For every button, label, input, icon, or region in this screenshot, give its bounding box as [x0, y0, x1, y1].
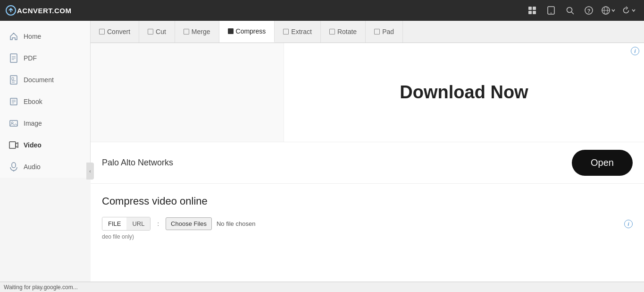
tab-merge[interactable]: Merge: [175, 21, 219, 43]
tab-extract[interactable]: Extract: [275, 21, 321, 43]
tab-pad[interactable]: Pad: [366, 21, 403, 43]
language-dropdown[interactable]: [599, 1, 618, 19]
content-area: Convert Cut Merge Compress Extract Rotat…: [91, 21, 644, 292]
status-bar: Waiting for play.google.com...: [0, 282, 644, 292]
tab-pad-checkbox: [374, 29, 380, 34]
logo-text-nvert: NVERT.COM: [28, 7, 72, 15]
refresh-dropdown[interactable]: [619, 1, 638, 19]
home-icon: [8, 31, 19, 42]
file-url-toggle: FILE URL: [102, 217, 151, 231]
svg-rect-28: [9, 142, 16, 148]
svg-rect-26: [10, 120, 17, 126]
sidebar: Home PDF Document Ebook: [0, 21, 91, 178]
svg-rect-29: [12, 163, 16, 168]
image-icon: [8, 118, 19, 129]
tab-extract-label: Extract: [291, 28, 312, 35]
tab-pad-label: Pad: [382, 28, 394, 35]
ad-left-panel: [91, 43, 284, 142]
document-icon: [8, 75, 19, 85]
tab-compress-label: Compress: [236, 27, 266, 35]
ad-section: Download Now: [91, 43, 644, 142]
sidebar-item-audio[interactable]: Audio: [0, 156, 90, 178]
open-button[interactable]: Open: [572, 150, 633, 176]
url-button[interactable]: URL: [126, 217, 150, 230]
choose-files-button[interactable]: Choose Files: [166, 217, 212, 230]
download-now-text: Download Now: [400, 82, 528, 103]
grid-icon[interactable]: [523, 1, 541, 19]
tab-rotate-label: Rotate: [337, 28, 357, 35]
ebook-icon: [8, 96, 19, 107]
site-logo[interactable]: AC NVERT.COM: [6, 5, 72, 16]
file-input-row: FILE URL : Choose Files No file chosen i: [102, 217, 633, 231]
navbar: AC NVERT.COM ?: [0, 0, 644, 21]
svg-rect-2: [533, 7, 536, 10]
ad-right-panel: Download Now: [284, 43, 644, 142]
sidebar-item-ebook[interactable]: Ebook: [0, 91, 90, 112]
sidebar-label-ebook: Ebook: [24, 98, 42, 105]
tab-merge-label: Merge: [192, 28, 210, 35]
main-layout: Home PDF Document Ebook: [0, 21, 644, 292]
file-info-icon[interactable]: i: [624, 220, 633, 228]
compress-title: Compress video online: [102, 195, 633, 207]
navbar-icons: ?: [523, 1, 638, 19]
tab-compress-checkbox: [228, 28, 234, 34]
compress-section: Compress video online FILE URL : Choose …: [91, 184, 644, 248]
file-button[interactable]: FILE: [102, 217, 126, 230]
sidebar-wrapper: Home PDF Document Ebook: [0, 21, 91, 292]
sidebar-label-pdf: PDF: [24, 54, 37, 62]
sidebar-label-document: Document: [24, 76, 54, 84]
no-file-text: No file chosen: [217, 220, 255, 227]
sidebar-label-home: Home: [24, 33, 41, 40]
tab-extract-checkbox: [283, 29, 289, 34]
tab-compress[interactable]: Compress: [219, 21, 275, 43]
tab-cut[interactable]: Cut: [139, 21, 175, 43]
tab-bar: Convert Cut Merge Compress Extract Rotat…: [91, 21, 644, 43]
svg-point-7: [567, 7, 572, 12]
sidebar-label-audio: Audio: [24, 163, 41, 171]
sidebar-item-image[interactable]: Image: [0, 112, 90, 134]
sidebar-item-home[interactable]: Home: [0, 26, 90, 47]
file-type-hint: deo file only): [102, 233, 633, 240]
video-icon: [8, 140, 19, 150]
tab-merge-checkbox: [184, 29, 189, 34]
sponsor-section: Palo Alto Networks Open: [91, 142, 644, 184]
sidebar-item-document[interactable]: Document: [0, 69, 90, 91]
help-icon[interactable]: ?: [580, 1, 598, 19]
sidebar-label-video: Video: [24, 141, 42, 149]
sidebar-item-pdf[interactable]: PDF: [0, 47, 90, 69]
tab-cut-checkbox: [148, 29, 153, 34]
sidebar-collapse-button[interactable]: ‹: [86, 163, 94, 180]
audio-icon: [8, 162, 19, 172]
svg-rect-19: [12, 77, 14, 80]
sidebar-label-image: Image: [24, 120, 42, 127]
tab-rotate-checkbox: [329, 29, 335, 34]
pdf-icon: [8, 53, 19, 63]
tab-cut-label: Cut: [156, 28, 166, 35]
colon-separator: :: [155, 217, 161, 230]
svg-point-6: [551, 13, 552, 14]
tablet-icon[interactable]: [542, 1, 560, 19]
tab-convert-label: Convert: [107, 28, 130, 35]
tab-rotate[interactable]: Rotate: [321, 21, 366, 43]
tab-convert-checkbox: [99, 29, 105, 34]
logo-text-ac: AC: [17, 7, 28, 15]
search-icon[interactable]: [561, 1, 579, 19]
status-text: Waiting for play.google.com...: [4, 284, 78, 291]
main-content: i Download Now Palo Alto Networks Open C…: [91, 43, 644, 292]
info-circle-icon[interactable]: i: [631, 47, 639, 55]
svg-rect-4: [533, 11, 536, 14]
sponsor-name: Palo Alto Networks: [102, 158, 173, 168]
tab-convert[interactable]: Convert: [91, 21, 139, 43]
svg-line-8: [571, 12, 574, 14]
svg-rect-1: [528, 7, 532, 10]
sidebar-item-video[interactable]: Video: [0, 134, 90, 156]
svg-rect-3: [528, 11, 532, 14]
top-info-icon[interactable]: i: [631, 47, 639, 55]
svg-text:?: ?: [587, 8, 591, 14]
